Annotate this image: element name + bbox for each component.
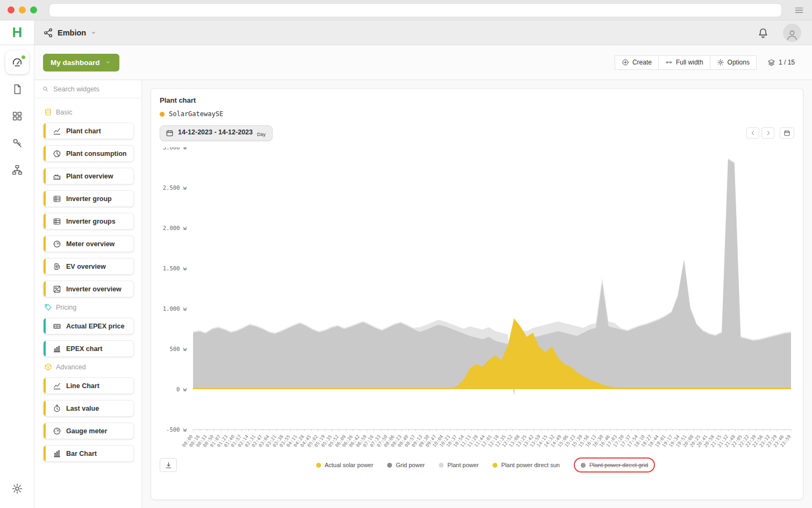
widget-sidebar: BasicPlant chartPlant consumptionPlant o… xyxy=(34,80,142,508)
svg-text:1.500 w: 1.500 w xyxy=(163,265,187,271)
nav-topology[interactable] xyxy=(5,158,29,182)
legend-item-actual-solar-power[interactable]: Actual solar power xyxy=(316,462,374,468)
legend-label: Grid power xyxy=(396,462,425,468)
item-accent xyxy=(44,259,46,274)
svg-text:2.000 w: 2.000 w xyxy=(163,225,187,231)
widget-item-label: Bar Chart xyxy=(66,450,97,457)
widget-list: BasicPlant chartPlant consumptionPlant o… xyxy=(34,98,141,473)
create-label: Create xyxy=(632,59,652,66)
widget-item-bar-chart[interactable]: Bar Chart xyxy=(43,445,134,462)
widget-item-label: Inverter overview xyxy=(66,285,122,293)
chart-footer: Actual solar powerGrid powerPlant powerP… xyxy=(160,457,794,474)
factory-icon xyxy=(53,172,61,181)
close-window-button[interactable] xyxy=(8,6,15,13)
item-accent xyxy=(44,191,46,206)
dashboard-canvas: Plant chart SolarGatewaySE 14-12-2023 - … xyxy=(142,80,812,508)
widget-item-inverter-group[interactable]: Inverter group xyxy=(43,190,134,207)
widget-item-plant-consumption[interactable]: Plant consumption xyxy=(43,145,134,162)
cube-icon xyxy=(44,363,52,371)
widget-item-label: Plant chart xyxy=(66,127,101,135)
legend-label: Actual solar power xyxy=(325,462,374,468)
page-indicator[interactable]: 1 / 15 xyxy=(761,55,801,70)
widget-item-epex-chart[interactable]: EPEX chart xyxy=(43,340,134,357)
widget-item-last-value[interactable]: Last value xyxy=(43,400,134,417)
inverter-icon xyxy=(53,285,61,294)
browser-menu-icon[interactable] xyxy=(794,5,804,16)
full-width-button[interactable]: Full width xyxy=(659,55,710,70)
widget-item-label: EV overview xyxy=(66,263,106,270)
previous-period-button[interactable] xyxy=(746,127,759,139)
nav-reports[interactable] xyxy=(5,77,29,101)
widget-search xyxy=(34,80,141,98)
widget-item-line-chart[interactable]: Line Chart xyxy=(43,377,134,394)
legend-dot xyxy=(581,463,586,468)
next-period-button[interactable] xyxy=(761,127,774,139)
app-logo[interactable]: H xyxy=(0,20,34,45)
chevron-down-icon xyxy=(90,29,97,37)
chart-legend: Actual solar powerGrid powerPlant powerP… xyxy=(177,457,794,473)
address-bar[interactable] xyxy=(49,3,782,17)
jump-to-date-button[interactable] xyxy=(780,127,794,139)
widget-item-plant-chart[interactable]: Plant chart xyxy=(43,123,134,139)
widget-section-header: Basic xyxy=(44,108,134,116)
legend-item-grid-power[interactable]: Grid power xyxy=(387,462,425,468)
legend-label: Plant power direct grid xyxy=(589,462,648,468)
table-icon xyxy=(53,195,61,203)
barChart-icon xyxy=(53,449,61,458)
search-widgets-input[interactable] xyxy=(53,85,135,93)
nav-access[interactable] xyxy=(5,131,29,155)
dashboard-selector-button[interactable]: My dashboard xyxy=(43,54,119,71)
clock-icon xyxy=(53,404,61,413)
file-icon xyxy=(11,83,23,95)
widget-item-label: Inverter groups xyxy=(66,218,116,225)
item-accent xyxy=(44,146,46,161)
widget-item-label: EPEX chart xyxy=(66,345,102,353)
item-accent xyxy=(44,378,46,393)
widget-item-gauge-meter[interactable]: Gauge meter xyxy=(43,423,134,439)
widget-item-inverter-groups[interactable]: Inverter groups xyxy=(43,213,134,230)
logo-letter: H xyxy=(12,24,22,41)
download-chart-button[interactable] xyxy=(160,458,177,472)
create-button[interactable]: Create xyxy=(615,55,659,70)
nav-dashboard[interactable] xyxy=(5,51,29,74)
date-range-label: 14-12-2023 - 14-12-2023 xyxy=(178,128,253,136)
svg-text:1.000 w: 1.000 w xyxy=(163,305,187,312)
widget-item-actual-epex-price[interactable]: Actual EPEX price xyxy=(43,318,134,334)
organization-name: Embion xyxy=(58,28,86,37)
item-accent xyxy=(44,446,46,461)
notifications-bell-icon[interactable] xyxy=(757,27,769,39)
item-accent xyxy=(44,236,46,252)
user-avatar[interactable] xyxy=(783,24,801,42)
widget-item-label: Actual EPEX price xyxy=(66,323,124,330)
db-icon xyxy=(44,108,52,116)
item-accent xyxy=(44,400,46,416)
browser-chrome xyxy=(0,0,812,20)
item-accent xyxy=(44,168,46,184)
legend-item-plant-power-direct-grid[interactable]: Plant power direct grid xyxy=(574,457,655,473)
widget-item-meter-overview[interactable]: Meter overview xyxy=(43,235,134,252)
plus-circle-icon xyxy=(622,59,629,66)
organization-selector[interactable]: Embion xyxy=(43,27,97,38)
calendar-icon xyxy=(783,130,790,137)
svg-text:3.000 w: 3.000 w xyxy=(163,147,187,151)
page-indicator-label: 1 / 15 xyxy=(779,59,795,66)
widget-item-label: Meter overview xyxy=(66,240,115,248)
widget-item-plant-overview[interactable]: Plant overview xyxy=(43,168,134,184)
legend-item-plant-power[interactable]: Plant power xyxy=(439,462,479,468)
maximize-window-button[interactable] xyxy=(30,6,37,13)
widget-section-basic: BasicPlant chartPlant consumptionPlant o… xyxy=(43,108,134,297)
nav-settings[interactable] xyxy=(5,477,29,500)
widget-item-inverter-overview[interactable]: Inverter overview xyxy=(43,281,134,297)
date-range-button[interactable]: 14-12-2023 - 14-12-2023 Day xyxy=(160,125,273,141)
device-name: SolarGatewaySE xyxy=(169,110,223,118)
legend-item-plant-power-direct-sun[interactable]: Plant power direct sun xyxy=(493,462,560,468)
options-button[interactable]: Options xyxy=(710,55,757,70)
granularity-label: Day xyxy=(257,132,266,137)
plant-chart-widget: Plant chart SolarGatewaySE 14-12-2023 - … xyxy=(151,88,803,500)
minimize-window-button[interactable] xyxy=(19,6,26,13)
options-label: Options xyxy=(728,59,750,66)
dashboard-title: My dashboard xyxy=(51,59,100,67)
widget-item-ev-overview[interactable]: EV overview xyxy=(43,258,134,275)
lineChart-icon xyxy=(53,127,61,135)
nav-widgets[interactable] xyxy=(5,104,29,128)
